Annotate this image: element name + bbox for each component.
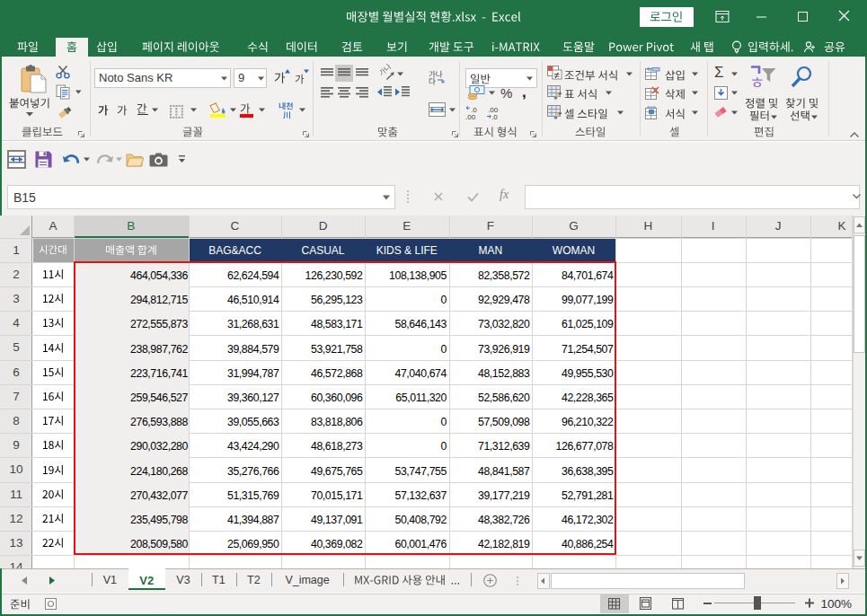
svg-text:.0: .0 xyxy=(491,113,498,120)
svg-text:.00: .00 xyxy=(465,113,476,120)
